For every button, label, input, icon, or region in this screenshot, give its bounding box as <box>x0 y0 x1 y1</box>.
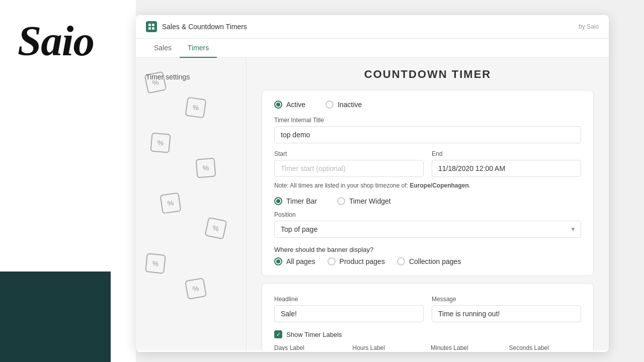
radio-all-pages-circle <box>274 257 282 265</box>
timer-title-field: Timer Internal Title <box>274 117 581 143</box>
radio-product-pages-label: Product pages <box>340 257 385 265</box>
radio-inactive-circle <box>326 101 334 109</box>
radio-active-circle <box>274 101 282 109</box>
date-row: Start End <box>274 150 581 177</box>
radio-collection-pages[interactable]: Collection pages <box>397 257 461 265</box>
deco-tag-6: % <box>204 217 227 239</box>
radio-timer-bar-circle <box>274 197 282 205</box>
tab-sales[interactable]: Sales <box>146 39 180 58</box>
position-select-wrapper: Top of page Bottom of page Custom ▼ <box>274 221 581 238</box>
timezone-note: Note: All times are listed in your shop … <box>274 182 581 189</box>
headline-label: Headline <box>274 296 424 303</box>
position-select[interactable]: Top of page Bottom of page Custom <box>274 221 581 238</box>
radio-active[interactable]: Active <box>274 101 305 109</box>
card-timer-settings: Active Inactive Timer Internal Title Sta… <box>262 90 594 276</box>
content-area: % % % % % % % % Timer settings COUNTDOWN… <box>136 58 609 350</box>
days-label-field: Days Label <box>274 344 347 350</box>
radio-active-label: Active <box>286 101 305 109</box>
app-window: Sales & Countdown Timers by Saio Sales T… <box>136 15 609 352</box>
timer-type-group: Timer Bar Timer Widget <box>274 197 581 205</box>
status-radio-group: Active Inactive <box>274 101 581 109</box>
radio-product-pages-circle <box>328 257 336 265</box>
message-label: Message <box>432 296 581 303</box>
show-timer-labels-checkbox[interactable]: ✓ <box>274 330 282 338</box>
position-label: Position <box>274 211 581 218</box>
show-timer-labels-label: Show Timer Labels <box>286 331 342 338</box>
app-header: Sales & Countdown Timers by Saio <box>136 15 609 39</box>
svg-rect-1 <box>148 24 151 26</box>
deco-tag-5: % <box>160 193 182 214</box>
banner-radios: All pages Product pages Collection pages <box>274 257 581 265</box>
end-input[interactable] <box>432 160 581 177</box>
seconds-label-name: Seconds Label <box>509 344 582 350</box>
app-icon <box>146 21 157 32</box>
end-label: End <box>432 150 581 157</box>
minutes-label-field: Minutes Label <box>431 344 503 350</box>
deco-tag-2: % <box>185 97 207 119</box>
deco-tag-4: % <box>195 157 216 178</box>
banner-display-question: Where should the banner display? <box>274 246 581 253</box>
message-input[interactable] <box>432 305 581 322</box>
message-field: Message <box>432 296 581 322</box>
app-by-label: by Saio <box>579 23 599 30</box>
radio-timer-bar-label: Timer Bar <box>286 197 317 205</box>
radio-inactive-label: Inactive <box>338 101 362 109</box>
headline-field: Headline <box>274 296 424 322</box>
app-header-left: Sales & Countdown Timers <box>146 21 247 32</box>
end-field: End <box>432 150 581 177</box>
deco-tag-7: % <box>145 253 166 274</box>
sidebar-label: Timer settings <box>146 73 236 81</box>
radio-all-pages[interactable]: All pages <box>274 257 315 265</box>
radio-collection-pages-label: Collection pages <box>409 257 461 265</box>
seconds-label-field: Seconds Label <box>509 344 582 350</box>
svg-rect-4 <box>152 27 154 30</box>
show-timer-labels-row: ✓ Show Timer Labels <box>274 330 581 338</box>
radio-timer-widget[interactable]: Timer Widget <box>337 197 391 205</box>
radio-product-pages[interactable]: Product pages <box>328 257 385 265</box>
radio-all-pages-label: All pages <box>286 257 315 265</box>
headline-message-row: Headline Message <box>274 296 581 322</box>
radio-timer-bar[interactable]: Timer Bar <box>274 197 317 205</box>
radio-inactive[interactable]: Inactive <box>326 101 362 109</box>
days-label-name: Days Label <box>274 344 347 350</box>
position-field: Position Top of page Bottom of page Cust… <box>274 211 581 238</box>
minutes-label-name: Minutes Label <box>431 344 503 350</box>
hours-label-field: Hours Label <box>353 344 425 350</box>
card-content-settings: Headline Message ✓ Show Timer Labels <box>262 283 594 350</box>
timer-title-label: Timer Internal Title <box>274 117 581 124</box>
radio-collection-pages-circle <box>397 257 405 265</box>
start-input[interactable] <box>274 160 424 177</box>
banner-display-section: Where should the banner display? All pag… <box>274 246 581 265</box>
deco-tag-8: % <box>185 278 207 300</box>
timer-labels-grid: Days Label Hours Label Minutes Label Sec… <box>274 344 581 350</box>
tab-timers[interactable]: Timers <box>180 39 217 58</box>
timer-title-input[interactable] <box>274 126 581 143</box>
page-title: COUNTDOWN TIMER <box>262 68 594 81</box>
main-panel: COUNTDOWN TIMER Active Inactive Ti <box>247 58 609 350</box>
headline-input[interactable] <box>274 305 424 322</box>
radio-timer-widget-label: Timer Widget <box>349 197 391 205</box>
start-field: Start <box>274 150 424 177</box>
start-label: Start <box>274 150 424 157</box>
bg-dark-corner <box>0 272 111 362</box>
hours-label-name: Hours Label <box>353 344 425 350</box>
radio-timer-widget-circle <box>337 197 345 205</box>
deco-tag-3: % <box>150 132 171 153</box>
sidebar: % % % % % % % % Timer settings <box>136 58 247 350</box>
nav-tabs: Sales Timers <box>136 39 609 58</box>
brand-logo: Saio <box>15 10 96 70</box>
svg-text:Saio: Saio <box>18 17 94 64</box>
svg-rect-2 <box>152 24 154 26</box>
svg-rect-3 <box>148 27 151 30</box>
app-title: Sales & Countdown Timers <box>162 23 247 31</box>
